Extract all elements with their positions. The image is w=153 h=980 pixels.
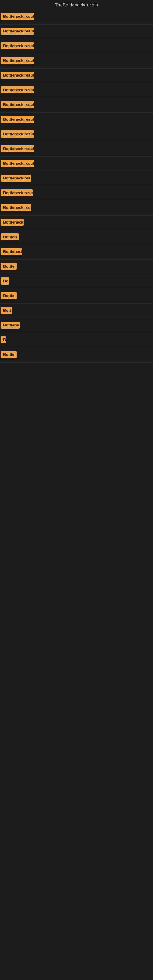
bottleneck-result-badge[interactable]: Bottleneck result xyxy=(1,116,34,123)
bottleneck-result-badge[interactable]: Bottleneck result xyxy=(1,130,34,137)
site-title: TheBottlenecker.com xyxy=(0,0,153,10)
list-item: Bottleneck resul xyxy=(0,172,153,186)
list-item: Bottleneck result xyxy=(0,127,153,142)
bottleneck-result-badge[interactable]: Bottleneck result xyxy=(1,57,34,64)
bottleneck-result-badge[interactable]: Bottle xyxy=(1,351,16,358)
bottleneck-result-badge[interactable]: Bottleneck result xyxy=(1,42,34,49)
list-item: Bottleneck result xyxy=(0,24,153,39)
list-item: Bottle xyxy=(0,260,153,274)
list-item: Bottleneck xyxy=(0,245,153,260)
bottleneck-result-badge[interactable]: Bottleneck result xyxy=(1,189,33,196)
bottleneck-result-badge[interactable]: Bo xyxy=(1,277,9,285)
bottleneck-result-badge[interactable]: Bottleneck result xyxy=(1,145,34,152)
bottleneck-result-badge[interactable]: Bottleneck result xyxy=(1,72,34,79)
bottleneck-result-badge[interactable]: Bottlen xyxy=(1,233,19,240)
list-item: Bottleneck result xyxy=(0,98,153,113)
list-item: Bo xyxy=(0,274,153,289)
bottleneck-result-badge[interactable]: Bottleneck resul xyxy=(1,175,31,181)
bottleneck-result-badge[interactable]: Bott xyxy=(1,307,12,314)
list-item: Bottleneck result xyxy=(0,54,153,68)
list-item: Bottleneck result xyxy=(0,10,153,24)
list-item: Bottleneck result xyxy=(0,142,153,157)
list-item: Bottleneck result xyxy=(0,157,153,172)
bottleneck-result-badge[interactable]: Bottleneck r xyxy=(1,219,24,226)
list-item: Bottleneck r xyxy=(0,216,153,230)
list-item: Bottleneck result xyxy=(0,83,153,98)
list-item: Bottle xyxy=(0,289,153,304)
bottleneck-result-badge[interactable]: Bottleneck result xyxy=(1,160,34,167)
list-item: B xyxy=(0,333,153,348)
list-item: Bott xyxy=(0,304,153,318)
list-item: Bottlen xyxy=(0,230,153,245)
list-item: Bottleneck result xyxy=(0,201,153,216)
list-item: Bottle xyxy=(0,348,153,363)
list-item: Bottleneck result xyxy=(0,39,153,54)
bottleneck-result-badge[interactable]: Bottleneck xyxy=(1,248,22,255)
bottleneck-result-badge[interactable]: Bottle xyxy=(1,263,16,270)
bottleneck-result-badge[interactable]: Bottleneck result xyxy=(1,204,31,211)
list-item: Bottleneck result xyxy=(0,113,153,127)
bottleneck-result-badge[interactable]: Bottleneck result xyxy=(1,27,34,35)
list-item: Bottleneck result xyxy=(0,68,153,83)
site-header: TheBottlenecker.com xyxy=(0,0,153,10)
bottleneck-result-badge[interactable]: Bottleneck result xyxy=(1,86,34,94)
list-item: Bottleneck result xyxy=(0,186,153,201)
bottleneck-result-badge[interactable]: Bottleneck result xyxy=(1,101,34,108)
list-item: Bottlene xyxy=(0,318,153,333)
bottleneck-result-badge[interactable]: B xyxy=(1,336,6,343)
bottleneck-result-badge[interactable]: Bottleneck result xyxy=(1,13,34,20)
rows-container: Bottleneck resultBottleneck resultBottle… xyxy=(0,10,153,363)
bottleneck-result-badge[interactable]: Bottlene xyxy=(1,321,19,329)
bottleneck-result-badge[interactable]: Bottle xyxy=(1,292,16,299)
